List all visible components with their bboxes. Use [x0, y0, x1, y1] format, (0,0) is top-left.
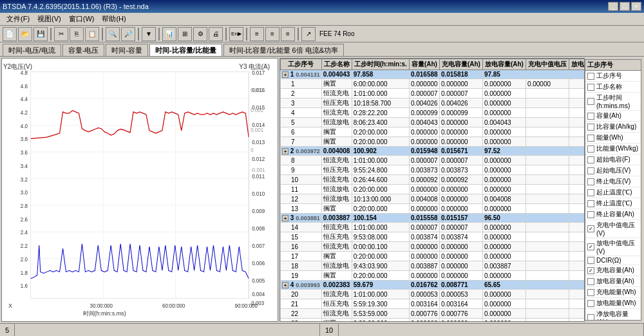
right-panel-item-13[interactable]: ✓ 充电中值电压(V) — [585, 220, 641, 238]
run-button[interactable]: En▶ — [229, 27, 243, 41]
zoom-out-button[interactable]: 🔎 — [121, 27, 135, 41]
right-panel-item-3[interactable]: 容量(Ah) — [585, 111, 641, 122]
checkbox-icon-11[interactable] — [587, 200, 594, 207]
table-row[interactable]: 10 恒流充电 0:26:44.600 0.000092 0.000092 0.… — [281, 175, 585, 185]
settings-button[interactable]: ⚙ — [193, 27, 207, 41]
col-header-charge-cap[interactable]: 充电容量(Ah) — [439, 59, 482, 70]
checkbox-icon-3[interactable] — [587, 113, 594, 120]
menu-window[interactable]: 窗口(W) — [65, 13, 99, 25]
table-row[interactable]: 21 恒压充电 5:59:19.300 0.003164 0.003164 0.… — [281, 299, 585, 309]
tab-time-capacity[interactable]: 时间-容量 — [106, 44, 148, 56]
minimize-button[interactable]: _ — [608, 2, 618, 11]
table-row-group-header[interactable]: + 4 0.003993 0.002383 59.679 0.016762 0.… — [281, 281, 585, 290]
checkbox-icon-15[interactable] — [587, 257, 594, 264]
table-row[interactable]: 19 搁置 0:20:00.000 0.000000 0.000000 0.00… — [281, 271, 585, 281]
table-row[interactable]: 20 恒流充电 1:01:00.000 0.000053 0.000053 0.… — [281, 290, 585, 299]
col-header-cap[interactable]: 容量(Ah) — [409, 59, 439, 70]
checkbox-icon-9[interactable] — [587, 178, 594, 185]
tab-time-specific[interactable]: 时间-比容量/比能量 — [149, 44, 222, 56]
align-center[interactable]: ≡ — [265, 27, 279, 41]
right-panel-item-7[interactable]: 超始电容(F) — [585, 154, 641, 165]
right-panel-item-12[interactable]: 终止容量(Ah) — [585, 209, 641, 220]
table-row[interactable]: 17 搁置 0:20:00.000 0.000000 0.000000 0.00… — [281, 252, 585, 261]
checkbox-icon-20[interactable] — [587, 314, 594, 321]
table-row[interactable]: 3 恒压充电 10:18:58.700 0.004026 0.004026 0.… — [281, 98, 585, 108]
close-button[interactable]: × — [631, 2, 641, 11]
tab-time-voltage[interactable]: 时间-电压/电流 — [3, 44, 61, 56]
checkbox-icon-2[interactable] — [587, 98, 594, 105]
right-panel-item-8[interactable]: 起始电压(V) — [585, 165, 641, 176]
right-panel-item-18[interactable]: 充电能量(Wh) — [585, 287, 641, 298]
right-panel-item-4[interactable]: 比容量(Ah/kg) — [585, 122, 641, 133]
table-row-group-header[interactable]: + 2 0.003972 0.004008 100.902 0.015948 0… — [281, 147, 585, 156]
col-header-step[interactable]: 工步序号 — [281, 59, 322, 70]
right-panel-item-5[interactable]: 能量(Wh) — [585, 133, 641, 144]
checkbox-icon-13[interactable]: ✓ — [587, 225, 594, 232]
table-row[interactable]: 8 恒流充电 1:01:00.000 0.000007 0.000007 0.0… — [281, 156, 585, 165]
right-panel-item-10[interactable]: 起止温度(℃) — [585, 187, 641, 198]
checkbox-icon-4[interactable] — [587, 124, 594, 131]
table-row[interactable]: 1 搁置 6:00:00.000 0.000000 0.000000 0.000… — [281, 79, 585, 89]
table-row[interactable]: 4 恒流充电 0:28:22.200 0.000099 0.000099 0.0… — [281, 108, 585, 118]
tab-capacity-voltage[interactable]: 容量-电压 — [62, 44, 105, 56]
paste-button[interactable]: 📋 — [85, 27, 99, 41]
checkbox-icon-0[interactable] — [587, 73, 594, 80]
new-button[interactable]: 📄 — [3, 27, 17, 41]
col-header-name[interactable]: 工步名称 — [321, 59, 352, 70]
table-row[interactable]: 2 恒流充电 1:01:00.000 0.000007 0.000007 0.0… — [281, 89, 585, 98]
table-button[interactable]: ⊞ — [178, 27, 192, 41]
table-scroll[interactable]: 工步序号 工步名称 工步时间(h:min:s. 容量(Ah) 充电容量(Ah) … — [280, 59, 584, 321]
copy-button[interactable]: ⎘ — [70, 27, 84, 41]
right-panel-item-2[interactable]: 工步时间(h:mins.ms) — [585, 93, 641, 111]
checkbox-icon-16[interactable]: ✓ — [587, 267, 594, 274]
right-panel-item-0[interactable]: 工步序号 — [585, 71, 641, 82]
zoom-in-button[interactable]: 🔍 — [106, 27, 120, 41]
table-row[interactable]: 13 搁置 0:20:00.000 0.000000 0.000000 0.00… — [281, 204, 585, 214]
right-panel-item-20[interactable]: 净放电容量(Ah) — [585, 309, 641, 321]
checkbox-icon-8[interactable] — [587, 167, 594, 174]
table-row[interactable]: 23 搁置 0:20:00.000 0.000000 0.000000 0.00… — [281, 319, 585, 322]
right-panel-item-15[interactable]: DCIR(Ω) — [585, 256, 641, 265]
save-button[interactable]: 💾 — [33, 27, 48, 41]
data-table-container[interactable]: 工步序号 工步名称 工步时间(h:min:s. 容量(Ah) 充电容量(Ah) … — [279, 58, 585, 322]
title-buttons[interactable]: _ □ × — [608, 2, 641, 11]
table-row[interactable]: 5 恒流放电 8:06:23.400 0.004043 0.000000 0.0… — [281, 118, 585, 127]
table-row-group-header[interactable]: + 1 0.004131 0.004043 97.858 0.016588 0.… — [281, 70, 585, 79]
cut-button[interactable]: ✂ — [54, 27, 68, 41]
right-panel-item-9[interactable]: 终止电压(V) — [585, 176, 641, 187]
expand-btn-0[interactable]: + — [282, 71, 289, 78]
menu-help[interactable]: 帮助(H) — [98, 13, 129, 25]
col-header-discharge-v[interactable]: 放电中值电压 — [569, 59, 584, 70]
align-left[interactable]: ≡ — [250, 27, 264, 41]
filter-button[interactable]: ▼ — [142, 27, 156, 41]
checkbox-icon-19[interactable] — [587, 300, 594, 307]
col-header-discharge-cap[interactable]: 放电容量(Ah) — [482, 59, 526, 70]
align-right[interactable]: ≡ — [281, 27, 295, 41]
table-row[interactable]: 6 搁置 0:20:00.000 0.000000 0.000000 0.000… — [281, 127, 585, 137]
right-panel-item-6[interactable]: 比能量(Wh/kg) — [585, 144, 641, 154]
table-row-group-header[interactable]: + 3 0.003881 0.003887 100.154 0.015558 0… — [281, 214, 585, 223]
checkbox-icon-18[interactable] — [587, 289, 594, 296]
right-panel-item-17[interactable]: 放电容量(Ah) — [585, 276, 641, 287]
maximize-button[interactable]: □ — [620, 2, 630, 11]
expand-btn-3[interactable]: + — [282, 282, 289, 288]
table-row[interactable]: 15 恒压充电 9:53:08.000 0.003874 0.003874 0.… — [281, 232, 585, 242]
checkbox-icon-1[interactable] — [587, 84, 594, 91]
table-row[interactable]: 16 恒流充电 0:00:00.100 0.000000 0.000000 0.… — [281, 242, 585, 252]
checkbox-icon-14[interactable]: ✓ — [587, 243, 594, 250]
table-row[interactable]: 11 恒流放电 0:20:00.000 0.000000 0.000000 0.… — [281, 185, 585, 194]
export-button[interactable]: ↗ — [301, 27, 316, 41]
open-button[interactable]: 📂 — [18, 27, 32, 41]
col-header-time[interactable]: 工步时间(h:min:s. — [352, 59, 409, 70]
table-row[interactable]: 22 恒流充电 5:53:59.000 0.000776 0.000776 0.… — [281, 309, 585, 319]
menu-file[interactable]: 文件(F) — [3, 13, 33, 25]
checkbox-icon-10[interactable] — [587, 189, 594, 196]
checkbox-icon-12[interactable] — [587, 211, 594, 218]
menu-view[interactable]: 视图(V) — [33, 13, 65, 25]
table-row[interactable]: 18 恒流放电 9:43:03.900 0.003887 0.000000 0.… — [281, 261, 585, 271]
right-panel-item-1[interactable]: 工步名称 — [585, 82, 641, 93]
table-row[interactable]: 9 恒压充电 9:55:24.800 0.003873 0.003873 0.0… — [281, 165, 585, 175]
print-button[interactable]: 🖨 — [209, 27, 223, 41]
tab-time-power[interactable]: 时间-比容量/比能量 6倍 电流&功率 — [223, 44, 344, 56]
right-panel-item-16[interactable]: ✓ 充电容量(Ah) — [585, 265, 641, 276]
